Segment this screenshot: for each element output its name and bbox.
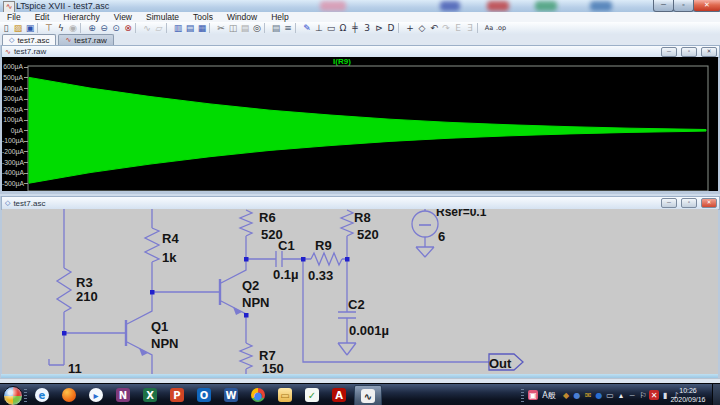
inductor-icon[interactable]: 3 xyxy=(361,23,373,34)
paste-icon[interactable]: ▤ xyxy=(239,23,251,34)
resistor-r6[interactable] xyxy=(240,210,252,259)
voltage-source[interactable] xyxy=(412,209,438,247)
menu-window[interactable]: Window xyxy=(220,12,264,22)
tray-info[interactable]: ● xyxy=(594,389,604,401)
text-icon[interactable]: Aa xyxy=(483,23,495,34)
taskbar-app-media-player[interactable]: ▸ xyxy=(84,385,108,405)
taskbar-app-firefox[interactable] xyxy=(57,385,81,405)
menu-help[interactable]: Help xyxy=(264,12,295,22)
cut-icon[interactable]: ✂ xyxy=(215,23,227,34)
taskbar-app-outlook[interactable]: O xyxy=(192,385,216,405)
source-param[interactable]: Rser=0.1 xyxy=(436,209,487,219)
tray-mail[interactable]: ✉ xyxy=(583,389,593,401)
r9-value[interactable]: 0.33 xyxy=(308,268,333,283)
drag-icon[interactable]: ◇ xyxy=(416,23,428,34)
tray-display[interactable]: ▭ xyxy=(605,389,615,401)
tile-horizontal-icon[interactable]: ▤ xyxy=(184,23,196,34)
taskbar-app-chrome[interactable]: ● xyxy=(246,385,270,405)
resistor-r8[interactable] xyxy=(341,210,353,259)
run-icon[interactable]: ϟ xyxy=(55,23,67,34)
find-icon[interactable]: ◎ xyxy=(251,23,263,34)
wire-icon[interactable]: ✎ xyxy=(301,23,313,34)
tray-flag[interactable]: ⚐ xyxy=(638,389,648,401)
r3-value[interactable]: 210 xyxy=(76,289,98,304)
rotate-icon[interactable]: Ǝ xyxy=(464,23,476,34)
transistor-q1[interactable] xyxy=(126,292,152,374)
net-label-icon[interactable]: ▭ xyxy=(325,23,337,34)
taskbar-app-acrobat[interactable]: A xyxy=(327,385,351,405)
menu-tools[interactable]: Tools xyxy=(186,12,220,22)
control-panel-icon[interactable]: ⊤ xyxy=(43,23,55,34)
zoom-out-icon[interactable]: ⊖ xyxy=(98,23,110,34)
autorange-icon[interactable]: ∿ xyxy=(141,23,153,34)
menu-file[interactable]: File xyxy=(0,12,28,22)
tile-vertical-icon[interactable]: ▥ xyxy=(172,23,184,34)
halt-icon[interactable]: ◉ xyxy=(67,23,79,34)
undo-icon[interactable]: ↶ xyxy=(428,23,440,34)
q1-ref[interactable]: Q1 xyxy=(151,319,168,334)
taskbar-app-onenote[interactable]: N xyxy=(111,385,135,405)
ground-symbol[interactable] xyxy=(338,343,356,355)
print-preview-icon[interactable]: ▤ xyxy=(270,23,282,34)
open-icon[interactable]: ▨ xyxy=(12,23,24,34)
taskbar-app-ltspice[interactable]: ∿ xyxy=(354,385,382,405)
resistor-r9[interactable] xyxy=(303,253,347,265)
c1-value[interactable]: 0.1µ xyxy=(273,267,299,282)
r6-ref[interactable]: R6 xyxy=(259,210,276,225)
new-schematic-icon[interactable]: ▯ xyxy=(0,23,12,34)
schematic-canvas[interactable]: R3 210 R4 1k R6 520 C1 0.1µ R9 0.33 R8 5… xyxy=(2,209,718,374)
redo-icon[interactable]: ↷ xyxy=(440,23,452,34)
taskbar-app-powerpoint[interactable]: P xyxy=(165,385,189,405)
tray-error[interactable]: ✕ xyxy=(649,390,659,400)
r8-value[interactable]: 520 xyxy=(357,227,379,242)
print-icon[interactable]: ≡ xyxy=(282,23,294,34)
q2-type[interactable]: NPN xyxy=(242,295,269,310)
child-close-button[interactable]: ✕ xyxy=(701,198,717,208)
taskbar-app-internet-explorer[interactable]: e xyxy=(30,385,54,405)
r7-value[interactable]: 150 xyxy=(262,361,284,374)
c1-ref[interactable]: C1 xyxy=(278,238,295,253)
show-desktop-button[interactable] xyxy=(712,384,720,405)
tray-overflow[interactable]: ▴ xyxy=(616,389,626,401)
component-icon[interactable]: D xyxy=(385,23,397,34)
maximize-button[interactable]: ▫ xyxy=(673,0,694,12)
c2-ref[interactable]: C2 xyxy=(348,297,365,312)
copy-icon[interactable]: ◫ xyxy=(227,23,239,34)
menu-edit[interactable]: Edit xyxy=(28,12,57,22)
resistor-r3[interactable] xyxy=(49,209,71,365)
ground-icon[interactable]: ⊥ xyxy=(313,23,325,34)
child-restore-button[interactable]: ▫ xyxy=(681,47,697,57)
menu-view[interactable]: View xyxy=(107,12,139,22)
out-port-label[interactable]: Out xyxy=(489,356,512,371)
child-close-button[interactable]: ✕ xyxy=(701,47,717,57)
resistor-r7[interactable] xyxy=(240,343,252,374)
q2-ref[interactable]: Q2 xyxy=(242,278,259,293)
tray-jar[interactable]: ◆ xyxy=(561,389,571,401)
partial-label[interactable]: 11 xyxy=(68,361,82,374)
c2-value[interactable]: 0.001µ xyxy=(349,323,389,338)
close-button[interactable]: ✕ xyxy=(693,0,720,12)
waveform-plot[interactable]: I(R9) 600µA500µA400µA300µA200µA100µA0µA-… xyxy=(2,57,718,191)
r3-ref[interactable]: R3 xyxy=(76,275,93,290)
pan-icon[interactable]: ▱ xyxy=(153,23,165,34)
minimize-button[interactable]: ─ xyxy=(653,0,674,12)
tab-test7-asc[interactable]: ◇ test7.asc xyxy=(2,34,56,45)
tray-blue[interactable]: ● xyxy=(572,389,582,401)
r4-value[interactable]: 1k xyxy=(162,250,177,265)
resistor-icon[interactable]: Ω xyxy=(337,23,349,34)
child-minimize-button[interactable]: ─ xyxy=(661,198,677,208)
source-value[interactable]: 6 xyxy=(438,229,445,244)
menu-simulate[interactable]: Simulate xyxy=(139,12,186,22)
r9-ref[interactable]: R9 xyxy=(315,238,332,253)
taskbar-clock[interactable]: 10:26 2020/09/16 xyxy=(666,386,710,404)
tray-tray-app-pink[interactable]: ▣ xyxy=(528,390,538,400)
move-icon[interactable]: + xyxy=(404,23,416,34)
start-button[interactable] xyxy=(3,386,23,405)
taskbar-app-excel[interactable]: X xyxy=(138,385,162,405)
q1-type[interactable]: NPN xyxy=(151,336,178,351)
capacitor-icon[interactable]: ╪ xyxy=(349,23,361,34)
zoom-full-icon[interactable]: ⊙ xyxy=(110,23,122,34)
r4-ref[interactable]: R4 xyxy=(162,231,179,246)
zoom-clear-icon[interactable]: ⊗ xyxy=(122,23,134,34)
spice-directive-icon[interactable]: .op xyxy=(495,23,507,34)
